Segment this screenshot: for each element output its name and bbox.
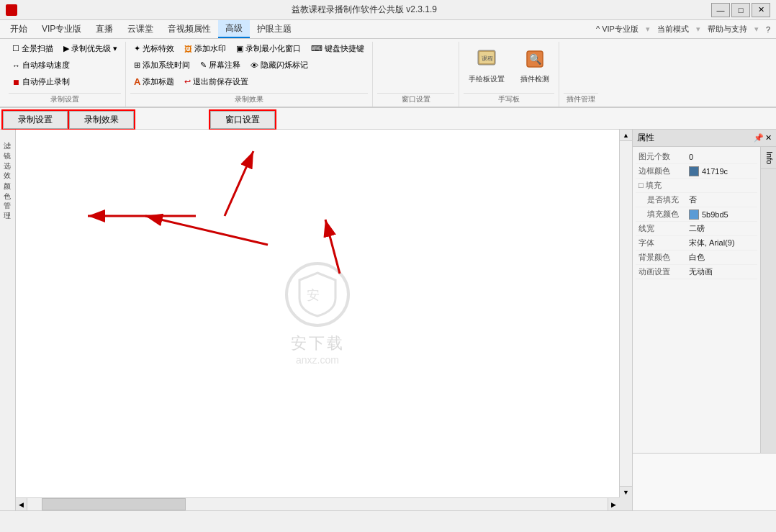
close-button[interactable]: ✕ <box>752 3 770 17</box>
screen-annotation-btn[interactable]: ✎ 屏幕注释 <box>197 58 244 72</box>
record-settings-row1: ☐ 全景扫描 ▶ 录制优先级 ▾ <box>9 42 121 55</box>
border-color-box <box>689 166 699 176</box>
fullscreen-scan-btn[interactable]: ☐ 全景扫描 <box>9 42 57 55</box>
plugin-detect-label: 插件检测 <box>520 74 549 84</box>
maximize-button[interactable]: □ <box>731 3 750 17</box>
question-icon[interactable]: ? <box>763 25 773 34</box>
props-pin-icon[interactable]: 📌 <box>754 133 764 143</box>
watermark-shield: 安 <box>285 262 350 327</box>
watermark-url: anxz.com <box>296 354 339 366</box>
effects-row2: ⊞ 添加系统时间 ✎ 屏幕注释 👁 隐藏闪烁标记 <box>130 58 368 72</box>
record-settings-label: 录制设置 <box>9 93 121 107</box>
fill-color-box <box>689 209 699 220</box>
plugin-icon: 🔍 <box>524 48 546 74</box>
section-tabs: 录制设置 录制效果 窗口设置 <box>0 108 776 130</box>
menu-bar: 开始 VIP专业版 直播 云课堂 音视频属性 高级 护眼主题 ^ VIP专业版 … <box>0 20 776 39</box>
scroll-right[interactable]: ▲ ▼ <box>619 130 632 497</box>
watermark-btn[interactable]: 🖼 添加水印 <box>181 42 230 55</box>
canvas-inner: 安 安下载 anxz.com <box>16 130 619 497</box>
props-close-icon[interactable]: ✕ <box>765 133 772 143</box>
props-bottom-panel <box>633 453 776 510</box>
properties-panel: 属性 📌 ✕ 图元个数 0 边框颜色 41719c □ 填充 <box>632 130 776 510</box>
status-bar <box>0 510 776 526</box>
effects-label: 录制效果 <box>130 93 368 107</box>
menu-cloud[interactable]: 云课堂 <box>120 20 161 38</box>
minimize-icon: ▣ <box>236 44 243 53</box>
record-settings-row3: ⏹ 自动停止录制 <box>9 75 121 89</box>
add-time-btn[interactable]: ⊞ 添加系统时间 <box>130 58 194 72</box>
add-title-btn[interactable]: A 添加标题 <box>130 75 178 89</box>
menu-theme[interactable]: 护眼主题 <box>250 20 299 38</box>
title-icon: A <box>134 76 140 87</box>
app-icon <box>6 4 17 16</box>
scroll-bottom[interactable]: ◀ ▶ <box>16 497 619 510</box>
sidebar-select[interactable]: 选 <box>1 153 14 160</box>
menu-live[interactable]: 直播 <box>89 20 120 38</box>
speed-icon: ↔ <box>12 61 20 70</box>
auto-move-speed-btn[interactable]: ↔ 自动移动速度 <box>9 58 73 72</box>
properties-header: 属性 📌 ✕ <box>633 130 776 147</box>
tab-record-effects[interactable]: 录制效果 <box>69 111 134 129</box>
window-label: 窗口设置 <box>377 93 454 107</box>
effects-row1: ✦ 光标特效 🖼 添加水印 ▣ 录制最小化窗口 ⌨ 键盘快捷键 <box>130 42 368 55</box>
sidebar-lens[interactable]: 镜 <box>1 143 14 150</box>
save-icon: ↩ <box>184 77 191 86</box>
mode-label[interactable]: 当前模式 <box>654 24 692 35</box>
canvas-area: 安 安下载 anxz.com ▲ ▼ ◀ ▶ <box>16 130 632 510</box>
save-settings-btn[interactable]: ↩ 退出前保存设置 <box>181 75 252 89</box>
handwriting-label: 手写板 <box>464 93 554 107</box>
help-label[interactable]: 帮助与支持 <box>705 24 750 35</box>
prop-animation: 动画设置 无动画 <box>636 265 757 279</box>
menu-av[interactable]: 音视频属性 <box>161 20 218 38</box>
tab-window-settings-2[interactable]: 窗口设置 <box>210 111 275 129</box>
minimize-button[interactable]: — <box>711 3 730 17</box>
menu-advanced[interactable]: 高级 <box>218 20 250 38</box>
sidebar-effect[interactable]: 效 <box>1 163 14 170</box>
tablet-settings-btn[interactable]: 课程 手绘板设置 <box>464 45 510 86</box>
prop-count: 图元个数 0 <box>636 150 757 164</box>
main-area: 滤 镜 选 效 颜 色 管 理 安 安下载 anxz.com ▲ <box>0 130 776 510</box>
hide-blink-btn[interactable]: 👁 隐藏闪烁标记 <box>247 58 312 72</box>
props-info-tab: Info <box>760 147 776 453</box>
sidebar-color2[interactable]: 色 <box>1 183 14 190</box>
scroll-thumb-h[interactable] <box>42 498 186 510</box>
keyboard-shortcut-btn[interactable]: ⌨ 键盘快捷键 <box>307 42 368 55</box>
sidebar-manage[interactable]: 管 <box>1 193 14 200</box>
clock-icon: ⊞ <box>134 60 140 70</box>
app-title: 益教课程录播制作软件公共版 v2.3.1.9 <box>17 4 711 16</box>
plugin-mgmt-label: 插件管理 <box>564 93 598 107</box>
record-priority-btn[interactable]: ▶ 录制优先级 ▾ <box>60 42 121 55</box>
title-bar: 益教课程录播制作软件公共版 v2.3.1.9 — □ ✕ <box>0 0 776 20</box>
left-sidebar: 滤 镜 选 效 颜 色 管 理 <box>0 130 16 510</box>
play-icon: ▶ <box>63 44 69 53</box>
properties-title: 属性 <box>637 132 654 144</box>
ribbon-group-effects: ✦ 光标特效 🖼 添加水印 ▣ 录制最小化窗口 ⌨ 键盘快捷键 ⊞ <box>126 42 373 107</box>
minimize-window-btn[interactable]: ▣ 录制最小化窗口 <box>233 42 304 55</box>
watermark-icon: 🖼 <box>184 45 192 53</box>
cursor-icon: ✦ <box>134 44 140 53</box>
ribbon-content: ☐ 全景扫描 ▶ 录制优先级 ▾ ↔ 自动移动速度 ⏹ 自动停止录制 <box>0 39 776 107</box>
cursor-effect-btn[interactable]: ✦ 光标特效 <box>130 42 178 55</box>
menu-right: ^ VIP专业版 ▾ 当前模式 ▾ 帮助与支持 ▾ ? <box>593 24 773 35</box>
sidebar-color[interactable]: 颜 <box>1 173 14 180</box>
sidebar-filter[interactable]: 滤 <box>1 132 14 140</box>
vip-label[interactable]: ^ VIP专业版 <box>593 24 641 35</box>
prop-fill-header: □ 填充 <box>636 179 757 193</box>
keyboard-icon: ⌨ <box>311 44 322 53</box>
ribbon-group-window: 窗口设置 <box>373 42 459 107</box>
prop-fill-color: 填充颜色 5b9bd5 <box>636 207 757 222</box>
plugin-detect-btn[interactable]: 🔍 插件检测 <box>515 45 554 86</box>
menu-vip[interactable]: VIP专业版 <box>35 20 89 38</box>
info-tab-label[interactable]: Info <box>761 147 776 169</box>
svg-text:安: 安 <box>307 288 320 302</box>
tab-record-settings[interactable]: 录制设置 <box>3 111 68 129</box>
stop-icon: ⏹ <box>12 78 20 86</box>
record-settings-row2: ↔ 自动移动速度 <box>9 58 121 72</box>
prop-line-width: 线宽 二磅 <box>636 222 757 236</box>
auto-stop-btn[interactable]: ⏹ 自动停止录制 <box>9 75 73 89</box>
prop-font: 字体 宋体, Arial(9) <box>636 236 757 251</box>
menu-start[interactable]: 开始 <box>3 20 35 38</box>
properties-content: 图元个数 0 边框颜色 41719c □ 填充 是否填充 否 填充颜色 <box>633 147 760 453</box>
watermark: 安 安下载 anxz.com <box>285 262 350 366</box>
sidebar-manage2[interactable]: 理 <box>1 203 14 210</box>
